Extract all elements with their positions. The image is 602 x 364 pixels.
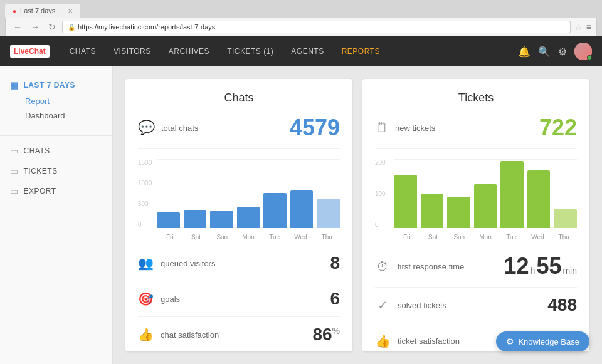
nav-visitors[interactable]: Visitors: [106, 43, 159, 60]
new-tickets-label: new tickets: [395, 123, 539, 133]
refresh-button[interactable]: ↻: [46, 21, 58, 33]
chats-chart: 1500 1000 500 0: [138, 159, 340, 241]
chat-satisfaction-row: 👍 chat satisfaction 86%: [138, 317, 340, 352]
nav-archives[interactable]: Archives: [161, 43, 217, 60]
sidebar-report[interactable]: Report: [0, 94, 112, 108]
goals-label: goals: [161, 294, 330, 304]
avatar[interactable]: [574, 43, 592, 60]
chat-satisfaction-icon: 👍: [138, 327, 153, 342]
notifications-icon[interactable]: 🔔: [518, 46, 531, 58]
online-dot: [587, 55, 592, 60]
queued-visitors-row: 👥 queued visitors 8: [138, 246, 340, 281]
chats-x-label: Mon: [235, 234, 261, 241]
url-text: https://my.livechatinc.com/reports/last-…: [78, 23, 215, 31]
response-hours: 12: [504, 253, 529, 279]
tickets-x-label: Sat: [420, 234, 446, 241]
export-sidebar-icon: ▭: [10, 186, 19, 196]
nav-agents[interactable]: Agents: [283, 43, 331, 60]
goals-row: 🎯 goals 6: [138, 281, 340, 317]
browser-tab[interactable]: ● Last 7 days ✕: [5, 4, 80, 18]
tickets-y-200: 200: [375, 159, 386, 166]
chats-x-label: Sun: [209, 234, 235, 241]
chats-bar: [290, 190, 314, 228]
chats-bar: [210, 211, 233, 228]
chats-bar: [263, 193, 287, 228]
nav-chats[interactable]: Chats: [62, 43, 103, 60]
queued-visitors-label: queued visitors: [161, 259, 330, 268]
tickets-card-title: Tickets: [375, 91, 577, 105]
chats-y-0: 0: [138, 221, 152, 228]
new-tickets-value: 722: [539, 115, 577, 141]
chats-x-label: Sat: [183, 234, 209, 241]
sidebar-tickets[interactable]: ▭ Tickets: [0, 161, 112, 181]
chats-bar: [237, 207, 260, 228]
goals-value: 6: [330, 289, 340, 309]
tickets-sidebar-icon: ▭: [10, 166, 19, 176]
tickets-bar: [554, 209, 577, 228]
tickets-x-labels: FriSatSunMonTueWedThu: [394, 234, 577, 241]
main-content: Chats 💬 total chats 4579 1500 1000 500 0: [113, 66, 602, 364]
topnav: LiveChat Chats Visitors Archives Tickets…: [0, 36, 602, 66]
address-bar[interactable]: 🔒 https://my.livechatinc.com/reports/las…: [62, 21, 571, 33]
tab-title: Last 7 days: [20, 7, 55, 14]
tickets-x-label: Sun: [446, 234, 472, 241]
chats-y-500: 500: [138, 200, 152, 207]
mins-unit: min: [562, 266, 577, 276]
chat-bubble-icon: 💬: [138, 120, 155, 136]
first-response-label: first response time: [398, 262, 504, 271]
tickets-bar: [421, 194, 444, 228]
sidebar-chats[interactable]: ▭ Chats: [0, 141, 112, 161]
sidebar: ▦ Last 7 Days Report Dashboard ▭ Chats ▭…: [0, 66, 113, 364]
tab-close-icon[interactable]: ✕: [68, 8, 73, 14]
chat-satisfaction-unit: %: [332, 326, 340, 336]
tickets-bar: [474, 184, 497, 228]
solved-tickets-label: solved tickets: [398, 301, 547, 310]
chats-x-label: Fri: [157, 234, 183, 241]
app: LiveChat Chats Visitors Archives Tickets…: [0, 36, 602, 364]
chats-bar: [157, 212, 180, 228]
chats-sidebar-icon: ▭: [10, 146, 19, 156]
hours-unit: h: [531, 266, 536, 276]
search-icon[interactable]: 🔍: [538, 46, 551, 58]
chats-bar: [184, 210, 207, 228]
chats-y-1500: 1500: [138, 159, 152, 166]
ticket-satisfaction-icon: 👍: [375, 333, 390, 348]
tickets-x-label: Thu: [551, 234, 577, 241]
chats-x-label: Thu: [314, 234, 340, 241]
nav-tickets[interactable]: Tickets (1): [219, 43, 281, 60]
response-mins: 55: [536, 253, 561, 279]
sidebar-export-label: Export: [24, 187, 56, 195]
kb-label: Knowledge Base: [518, 337, 579, 346]
tickets-bar: [500, 161, 524, 229]
chats-bar: [317, 199, 340, 228]
back-button[interactable]: ←: [11, 21, 24, 33]
chats-card-title: Chats: [138, 91, 340, 105]
tickets-card: Tickets 🗒 new tickets 722 200 100 0: [362, 79, 589, 351]
knowledge-base-button[interactable]: ⚙ Knowledge Base: [496, 331, 589, 351]
sidebar-section-last7days: ▦ Last 7 Days Report Dashboard: [0, 76, 112, 123]
queued-visitors-value: 8: [330, 253, 340, 273]
sidebar-dashboard[interactable]: Dashboard: [0, 108, 112, 123]
tickets-chart: 200 100 0 FriSatSunMonTueWedThu: [375, 159, 577, 241]
queued-visitors-icon: 👥: [138, 256, 153, 271]
chats-y-labels: 1500 1000 500 0: [138, 159, 152, 228]
sidebar-tickets-label: Tickets: [24, 167, 58, 175]
tickets-bar: [394, 175, 417, 228]
chats-x-label: Tue: [261, 234, 288, 241]
sidebar-last7days-label: Last 7 Days: [24, 81, 75, 90]
menu-icon[interactable]: ≡: [586, 22, 591, 32]
calendar-icon: ▦: [10, 80, 19, 90]
forward-button[interactable]: →: [28, 21, 42, 33]
browser-toolbar: ← → ↻ 🔒 https://my.livechatinc.com/repor…: [5, 18, 597, 36]
sidebar-export[interactable]: ▭ Export: [0, 181, 112, 201]
chats-total-row: 💬 total chats 4579: [138, 115, 340, 149]
tickets-icon: 🗒: [375, 120, 389, 136]
sidebar-last7days[interactable]: ▦ Last 7 Days: [0, 76, 112, 94]
bookmark-icon[interactable]: ☆: [574, 22, 583, 32]
tickets-bars: [394, 159, 577, 228]
settings-icon[interactable]: ⚙: [558, 46, 567, 58]
browser-chrome: ● Last 7 days ✕ ← → ↻ 🔒 https://my.livec…: [0, 0, 602, 36]
nav-reports[interactable]: Reports: [334, 43, 388, 60]
tickets-x-label: Mon: [472, 234, 499, 241]
tickets-bar: [527, 170, 551, 229]
